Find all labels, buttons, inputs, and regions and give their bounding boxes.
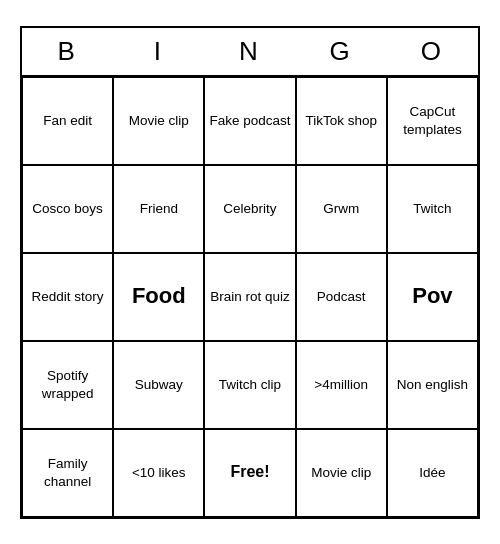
bingo-cell-1: Movie clip [113, 77, 204, 165]
bingo-cell-24: Idée [387, 429, 478, 517]
bingo-cell-5: Cosco boys [22, 165, 113, 253]
header-letter-o: O [387, 28, 478, 75]
header-letter-n: N [204, 28, 295, 75]
bingo-cell-10: Reddit story [22, 253, 113, 341]
bingo-cell-17: Twitch clip [204, 341, 295, 429]
bingo-cell-18: >4million [296, 341, 387, 429]
bingo-card: BINGO Fan editMovie clipFake podcastTikT… [20, 26, 480, 519]
header-letter-b: B [22, 28, 113, 75]
bingo-cell-23: Movie clip [296, 429, 387, 517]
bingo-cell-8: Grwm [296, 165, 387, 253]
bingo-cell-22: Free! [204, 429, 295, 517]
bingo-header: BINGO [22, 28, 478, 77]
bingo-cell-15: Spotify wrapped [22, 341, 113, 429]
header-letter-i: I [113, 28, 204, 75]
bingo-cell-3: TikTok shop [296, 77, 387, 165]
bingo-cell-11: Food [113, 253, 204, 341]
bingo-cell-14: Pov [387, 253, 478, 341]
bingo-cell-20: Family channel [22, 429, 113, 517]
bingo-cell-16: Subway [113, 341, 204, 429]
bingo-cell-9: Twitch [387, 165, 478, 253]
bingo-cell-7: Celebrity [204, 165, 295, 253]
bingo-cell-2: Fake podcast [204, 77, 295, 165]
bingo-cell-12: Brain rot quiz [204, 253, 295, 341]
bingo-grid: Fan editMovie clipFake podcastTikTok sho… [22, 77, 478, 517]
bingo-cell-13: Podcast [296, 253, 387, 341]
bingo-cell-19: Non english [387, 341, 478, 429]
bingo-cell-6: Friend [113, 165, 204, 253]
bingo-cell-0: Fan edit [22, 77, 113, 165]
header-letter-g: G [296, 28, 387, 75]
bingo-cell-4: CapCut templates [387, 77, 478, 165]
bingo-cell-21: <10 likes [113, 429, 204, 517]
